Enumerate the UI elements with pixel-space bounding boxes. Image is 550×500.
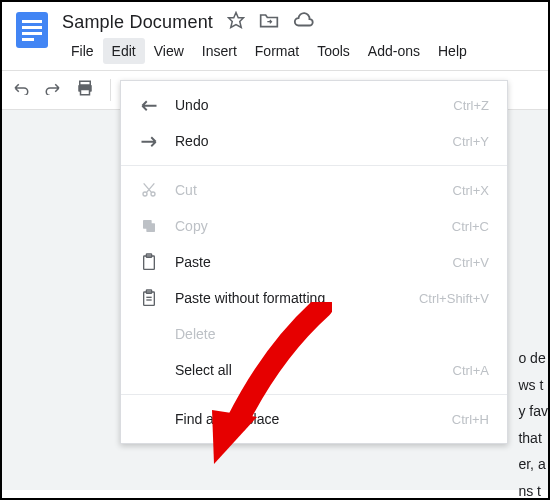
svg-rect-12 <box>146 223 155 232</box>
menubar: File Edit View Insert Format Tools Add-o… <box>62 38 538 64</box>
menu-item-find-replace[interactable]: Find and replace Ctrl+H <box>121 401 507 437</box>
svg-rect-6 <box>80 81 91 85</box>
svg-rect-1 <box>22 20 42 23</box>
undo-icon <box>139 99 159 111</box>
menu-insert[interactable]: Insert <box>193 38 246 64</box>
star-icon[interactable] <box>227 11 245 33</box>
menu-item-delete: Delete <box>121 316 507 352</box>
svg-rect-2 <box>22 26 42 29</box>
menu-edit[interactable]: Edit <box>103 38 145 64</box>
edit-dropdown: Undo Ctrl+Z Redo Ctrl+Y Cut Ctrl+X Copy … <box>120 80 508 444</box>
menu-separator <box>121 165 507 166</box>
menu-tools[interactable]: Tools <box>308 38 359 64</box>
svg-rect-8 <box>81 90 90 95</box>
cloud-saved-icon[interactable] <box>293 11 315 33</box>
menu-item-paste[interactable]: Paste Ctrl+V <box>121 244 507 280</box>
menu-item-cut: Cut Ctrl+X <box>121 172 507 208</box>
svg-marker-5 <box>229 13 244 28</box>
move-folder-icon[interactable] <box>259 11 279 33</box>
undo-button[interactable] <box>12 81 30 99</box>
menu-addons[interactable]: Add-ons <box>359 38 429 64</box>
menu-view[interactable]: View <box>145 38 193 64</box>
cut-icon <box>139 182 159 198</box>
document-title[interactable]: Sample Document <box>62 12 213 33</box>
svg-rect-4 <box>22 38 34 41</box>
menu-item-redo[interactable]: Redo Ctrl+Y <box>121 123 507 159</box>
paste-no-format-icon <box>139 289 159 307</box>
toolbar-divider <box>110 79 111 101</box>
redo-button[interactable] <box>44 81 62 99</box>
menu-item-undo[interactable]: Undo Ctrl+Z <box>121 87 507 123</box>
menu-item-paste-no-format[interactable]: Paste without formatting Ctrl+Shift+V <box>121 280 507 316</box>
menu-help[interactable]: Help <box>429 38 476 64</box>
menu-item-select-all[interactable]: Select all Ctrl+A <box>121 352 507 388</box>
svg-rect-0 <box>16 12 48 48</box>
menu-separator <box>121 394 507 395</box>
paste-icon <box>139 253 159 271</box>
menu-item-copy: Copy Ctrl+C <box>121 208 507 244</box>
menu-file[interactable]: File <box>62 38 103 64</box>
document-text-fragment: o de ws t y fav that er, a ns t <box>518 345 548 500</box>
print-button[interactable] <box>76 79 94 101</box>
copy-icon <box>139 218 159 234</box>
docs-logo[interactable] <box>12 10 52 50</box>
svg-rect-3 <box>22 32 42 35</box>
menu-format[interactable]: Format <box>246 38 308 64</box>
redo-icon <box>139 135 159 147</box>
